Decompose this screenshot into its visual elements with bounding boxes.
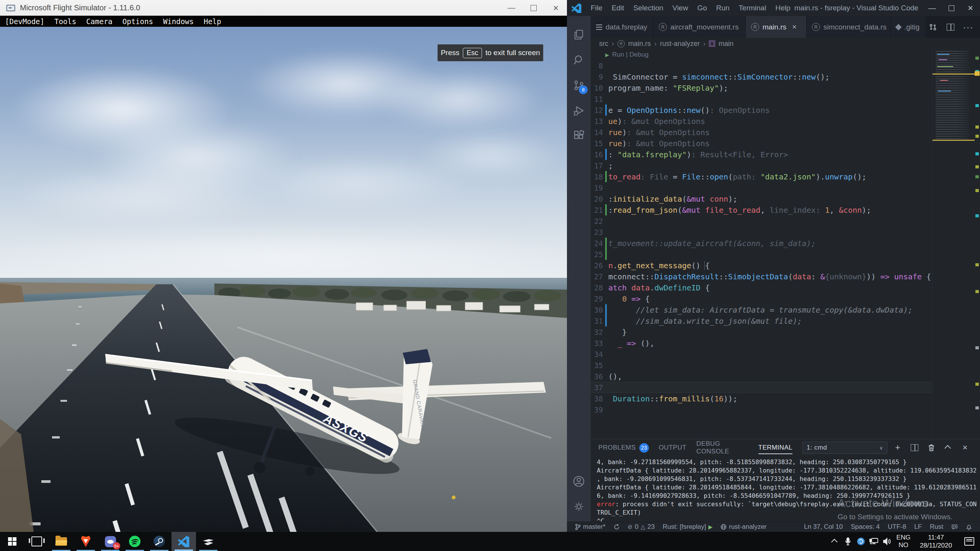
msfs-maximize-button[interactable] <box>523 0 545 16</box>
breadcrumb-main-fn[interactable]: main <box>719 40 733 48</box>
explorer-icon[interactable] <box>567 22 591 47</box>
menu-devmode[interactable]: [DevMode] <box>0 17 49 26</box>
taskbar-flight-simulator[interactable] <box>196 532 220 551</box>
breadcrumb-main-rs[interactable]: main.rs <box>628 40 651 48</box>
start-button[interactable] <box>0 532 24 551</box>
onedrive-icon[interactable] <box>854 532 867 551</box>
language-mode[interactable]: Rust <box>927 523 946 531</box>
msfs-titlebar[interactable]: Microsoft Flight Simulator - 1.11.6.0 — … <box>0 0 567 16</box>
indentation[interactable]: Spaces: 4 <box>848 523 882 531</box>
run-debug-icon[interactable] <box>567 98 591 123</box>
menu-go[interactable]: Go <box>693 4 711 12</box>
notifications-bell-icon[interactable] <box>963 524 975 530</box>
code-line[interactable]: 10program_name: "FSReplay"); <box>591 82 980 93</box>
code-line[interactable]: 12e = OpenOptions::new(): OpenOptions <box>591 104 980 116</box>
taskbar-spotify[interactable] <box>122 532 147 551</box>
search-icon[interactable] <box>567 47 591 73</box>
menu-edit[interactable]: Edit <box>607 4 629 12</box>
taskbar-steam[interactable] <box>147 532 172 551</box>
split-editor-icon[interactable] <box>946 22 956 32</box>
feedback-icon[interactable] <box>949 524 960 530</box>
code-line[interactable]: 26n.get_next_message() { <box>591 260 980 271</box>
tab-debug-console[interactable]: DEBUG CONSOLE <box>696 440 748 455</box>
menu-view[interactable]: View <box>668 4 693 12</box>
taskbar-brave[interactable] <box>74 532 98 551</box>
menu-options[interactable]: Options <box>118 17 158 26</box>
task-view-button[interactable] <box>24 532 49 551</box>
codelens[interactable]: ▶ Run | Debug <box>605 49 980 60</box>
tab-data-fsreplay[interactable]: data.fsreplay <box>591 16 653 38</box>
menu-tools[interactable]: Tools <box>49 17 81 26</box>
microphone-icon[interactable] <box>841 532 854 551</box>
language-indicator[interactable]: ENG NO <box>893 532 913 551</box>
vscode-close-button[interactable]: × <box>961 0 980 16</box>
eol[interactable]: LF <box>911 523 924 531</box>
language-server-status[interactable]: rust-analyzer <box>718 523 769 531</box>
split-terminal-icon[interactable] <box>908 442 921 453</box>
code-line[interactable]: 23 <box>591 227 980 238</box>
game-viewport[interactable]: ASXGS GRAND CARAVAN Press Esc to exit fu… <box>0 27 567 532</box>
encoding[interactable]: UTF-8 <box>885 523 909 531</box>
tab-main-rs[interactable]: R main.rs × <box>746 16 807 38</box>
menu-run[interactable]: Run <box>712 4 734 12</box>
settings-gear-icon[interactable] <box>567 494 591 519</box>
code-line[interactable]: 20:initialize_data(&mut conn); <box>591 193 980 204</box>
maximize-panel-icon[interactable] <box>942 442 955 453</box>
problems-status[interactable]: ⊘ 0 △ 23 <box>625 523 658 531</box>
code-line[interactable]: 8 <box>591 60 980 71</box>
menu-help[interactable]: Help <box>199 17 226 26</box>
more-actions-icon[interactable]: ··· <box>963 22 973 32</box>
code-line[interactable]: 28atch data.dwDefineID { <box>591 282 980 293</box>
code-line[interactable]: 24t_movement::update_aircraft(&conn, sim… <box>591 238 980 249</box>
code-line[interactable]: 18to_read: File = File::open(path: "data… <box>591 171 980 182</box>
breadcrumb-rust-analyzer[interactable]: rust-analyzer <box>660 40 700 48</box>
menu-camera[interactable]: Camera <box>81 17 118 26</box>
menu-selection[interactable]: Selection <box>629 4 668 12</box>
menu-windows[interactable]: Windows <box>158 17 199 26</box>
tab-problems[interactable]: PROBLEMS 23 <box>598 443 649 453</box>
code-line[interactable]: 35 <box>591 360 980 371</box>
code-line[interactable]: 29 0 => { <box>591 293 980 304</box>
menu-file[interactable]: File <box>586 4 607 12</box>
code-line[interactable]: 37 <box>591 382 980 393</box>
clock[interactable]: 11:47 28/11/2020 <box>913 532 959 551</box>
run-icon[interactable]: ▶ <box>605 52 609 58</box>
msfs-close-button[interactable]: × <box>545 0 567 16</box>
source-control-icon[interactable]: 8 <box>567 73 591 98</box>
code-line[interactable]: 30 //let sim_data: AircraftData = transm… <box>591 304 980 315</box>
open-changes-icon[interactable] <box>928 22 938 32</box>
code-line[interactable]: 13ue): &mut OpenOptions <box>591 116 980 127</box>
breadcrumb-src[interactable]: src <box>599 40 608 48</box>
menu-help[interactable]: Help <box>771 4 795 12</box>
tab-terminal[interactable]: TERMINAL <box>758 444 792 454</box>
taskbar-file-explorer[interactable] <box>49 532 74 551</box>
code-line[interactable]: 33 _ => (), <box>591 337 980 349</box>
vscode-titlebar[interactable]: File Edit Selection View Go Run Terminal… <box>567 0 980 16</box>
code-line[interactable]: 39 <box>591 404 980 415</box>
code-line[interactable]: 9 SimConnector = simconnect::SimConnecto… <box>591 71 980 82</box>
code-line[interactable]: 17; <box>591 160 980 171</box>
extensions-icon[interactable] <box>567 123 591 148</box>
vscode-maximize-button[interactable] <box>942 0 961 16</box>
tab-gitignore[interactable]: .gitig <box>891 16 925 38</box>
account-icon[interactable] <box>567 469 591 494</box>
taskbar-vscode[interactable] <box>172 532 196 551</box>
code-line[interactable]: 19 <box>591 182 980 193</box>
tab-simconnect-data[interactable]: R simconnect_data.rs <box>807 16 891 38</box>
code-line[interactable]: 31 //sim_data.write_to_json(&mut file); <box>591 315 980 326</box>
menu-terminal[interactable]: Terminal <box>734 4 771 12</box>
vscode-minimize-button[interactable]: — <box>923 0 942 16</box>
code-line[interactable]: 16: "data.fsreplay"): Result<File, Error… <box>591 149 980 160</box>
action-center-button[interactable] <box>959 532 980 551</box>
code-line[interactable]: 15rue): &mut OpenOptions <box>591 138 980 149</box>
kill-terminal-icon[interactable] <box>925 442 938 453</box>
code-line[interactable]: 32 } <box>591 326 980 337</box>
tab-output[interactable]: OUTPUT <box>659 444 686 452</box>
code-line[interactable]: 11 <box>591 93 980 104</box>
code-line[interactable]: 22 <box>591 215 980 227</box>
code-line[interactable]: 25 <box>591 249 980 260</box>
terminal-picker[interactable]: 1: cmd ∨ <box>802 442 887 454</box>
code-line[interactable]: 38 Duration::from_millis(16)); <box>591 393 980 404</box>
code-line[interactable]: 27mconnect::DispatchResult::SimobjectDat… <box>591 271 980 282</box>
sync-status[interactable] <box>611 524 622 530</box>
